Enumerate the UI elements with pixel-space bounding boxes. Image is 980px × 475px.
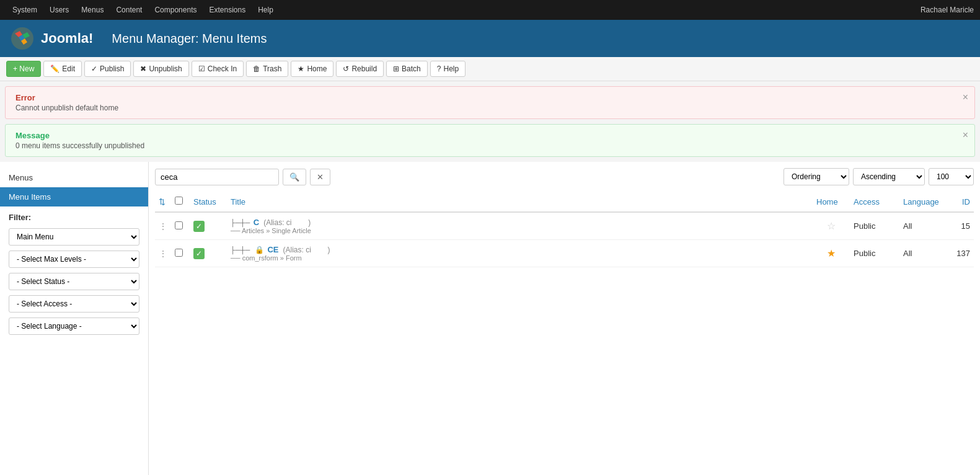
batch-icon: ⊞ bbox=[393, 64, 399, 73]
trash-button[interactable]: 🗑 Trash bbox=[246, 61, 288, 77]
status-select[interactable]: - Select Status - Published Unpublished … bbox=[9, 273, 139, 290]
col-access-header: Access bbox=[850, 192, 899, 212]
components-menu[interactable]: Components bbox=[148, 0, 203, 20]
access-cell-1: Public bbox=[850, 212, 899, 240]
header: Joomla! Menu Manager: Menu Items bbox=[0, 20, 980, 57]
language-cell-1: All bbox=[899, 212, 949, 240]
logo-area: Joomla! bbox=[10, 26, 93, 51]
filter-section: Filter: Main Menu - Select Max Levels - … bbox=[0, 206, 148, 346]
sidebar-heading: Menus bbox=[0, 168, 148, 187]
ordering-select[interactable]: Ordering Title Status Access Language ID bbox=[784, 168, 849, 185]
search-controls-right: Ordering Title Status Access Language ID… bbox=[784, 168, 974, 185]
page-title: Menu Manager: Menu Items bbox=[112, 32, 267, 46]
toolbar: + New ✏️ Edit ✓ Publish ✖ Unpublish ☑ Ch… bbox=[0, 57, 980, 81]
data-table: ⇅ Status Title Home Access Language ID bbox=[155, 192, 974, 267]
select-all-checkbox[interactable] bbox=[175, 197, 183, 205]
edit-button[interactable]: ✏️ Edit bbox=[43, 61, 82, 77]
extensions-menu[interactable]: Extensions bbox=[203, 0, 252, 20]
col-title-header: Title bbox=[227, 192, 813, 212]
table-row: ⋮ ✓ ├─┼─ C (Alias: ci ) ── Articles » Si… bbox=[155, 212, 974, 240]
status-cell-1: ✓ bbox=[190, 212, 227, 240]
title-cell-1: ├─┼─ C (Alias: ci ) ── Articles » Single… bbox=[227, 212, 813, 240]
success-title: Message bbox=[15, 131, 965, 140]
search-clear-button[interactable]: ✕ bbox=[310, 169, 330, 185]
direction-select[interactable]: Ascending Descending bbox=[853, 168, 925, 185]
access-select[interactable]: - Select Access - Public Registered Spec… bbox=[9, 295, 139, 313]
drag-cell-1: ⋮ bbox=[155, 212, 171, 240]
help-button[interactable]: ? Help bbox=[430, 61, 466, 77]
batch-button[interactable]: ⊞ Batch bbox=[386, 61, 428, 77]
success-close-button[interactable]: × bbox=[963, 130, 968, 141]
error-alert: × Error Cannot unpublish default home bbox=[5, 86, 975, 119]
sort-icon: ⇅ bbox=[159, 197, 166, 206]
help-menu[interactable]: Help bbox=[252, 0, 280, 20]
home-icon: ★ bbox=[298, 64, 304, 73]
status-cell-2: ✓ bbox=[190, 240, 227, 267]
max-levels-select[interactable]: - Select Max Levels - 1 2 3 bbox=[9, 251, 139, 268]
status-published-icon[interactable]: ✓ bbox=[193, 248, 205, 259]
top-nav: System Users Menus Content Components Ex… bbox=[0, 0, 980, 20]
search-input[interactable] bbox=[155, 169, 279, 185]
drag-handle-icon[interactable]: ⋮ bbox=[159, 221, 167, 231]
checkin-icon: ☑ bbox=[198, 64, 205, 73]
users-menu[interactable]: Users bbox=[43, 0, 75, 20]
sidebar-item-menu-items[interactable]: Menu Items bbox=[0, 187, 148, 206]
col-language-header: Language bbox=[899, 192, 949, 212]
logo-text: Joomla! bbox=[41, 30, 93, 47]
error-message: Cannot unpublish default home bbox=[15, 104, 965, 112]
unpublish-button[interactable]: ✖ Unpublish bbox=[133, 61, 188, 77]
new-button[interactable]: + New bbox=[6, 61, 41, 77]
item-title-link-1[interactable]: C bbox=[254, 218, 259, 227]
home-cell-1: ☆ bbox=[813, 212, 850, 240]
home-cell-2: ★ bbox=[813, 240, 850, 267]
lock-icon: 🔒 bbox=[255, 246, 264, 254]
row-checkbox-2[interactable] bbox=[175, 249, 183, 257]
search-icon: 🔍 bbox=[289, 172, 299, 182]
sidebar: Menus Menu Items Filter: Main Menu - Sel… bbox=[0, 162, 149, 475]
help-icon: ? bbox=[437, 64, 441, 73]
joomla-logo-icon bbox=[10, 26, 35, 51]
rebuild-button[interactable]: ↺ Rebuild bbox=[336, 61, 384, 77]
col-home-header: Home bbox=[813, 192, 850, 212]
search-button[interactable]: 🔍 bbox=[283, 169, 306, 185]
per-page-select[interactable]: 5 10 15 20 25 50 100 200 500 bbox=[929, 168, 974, 185]
menus-menu[interactable]: Menus bbox=[75, 0, 110, 20]
row-checkbox-1[interactable] bbox=[175, 221, 183, 229]
main-layout: Menus Menu Items Filter: Main Menu - Sel… bbox=[0, 162, 980, 475]
check-cell-2 bbox=[171, 240, 190, 267]
item-subtype-2: ── com_rsform » Form bbox=[231, 254, 809, 262]
user-name: Rachael Maricle bbox=[920, 6, 974, 14]
language-cell-2: All bbox=[899, 240, 949, 267]
tree-icon: ├─┼─ bbox=[231, 246, 250, 254]
error-close-button[interactable]: × bbox=[963, 92, 968, 103]
rebuild-icon: ↺ bbox=[343, 64, 349, 73]
trash-icon: 🗑 bbox=[253, 64, 260, 73]
id-cell-1: 15 bbox=[949, 212, 974, 240]
success-alert: × Message 0 menu items successfully unpu… bbox=[5, 124, 975, 157]
item-title-link-2[interactable]: CE bbox=[267, 245, 278, 254]
menu-select[interactable]: Main Menu bbox=[9, 228, 139, 246]
tree-icon: ├─┼─ bbox=[231, 219, 250, 226]
clear-icon: ✕ bbox=[317, 172, 324, 182]
system-menu[interactable]: System bbox=[6, 0, 43, 20]
error-title: Error bbox=[15, 93, 965, 102]
publish-button[interactable]: ✓ Publish bbox=[84, 61, 131, 77]
drag-handle-icon[interactable]: ⋮ bbox=[159, 249, 167, 259]
check-cell-1 bbox=[171, 212, 190, 240]
search-bar: 🔍 ✕ Ordering Title Status Access Languag… bbox=[155, 168, 974, 185]
title-cell-2: ├─┼─ 🔒 CE (Alias: ci ) ── com_rsform » F… bbox=[227, 240, 813, 267]
col-status-header: Status bbox=[190, 192, 227, 212]
filter-label: Filter: bbox=[9, 213, 139, 222]
col-check-header bbox=[171, 192, 190, 212]
col-drag-header: ⇅ bbox=[155, 192, 171, 212]
status-published-icon[interactable]: ✓ bbox=[193, 221, 205, 232]
content-menu[interactable]: Content bbox=[110, 0, 148, 20]
home-star-button-2[interactable]: ★ bbox=[827, 247, 836, 259]
table-row: ⋮ ✓ ├─┼─ 🔒 CE (Alias: ci ) ── com_rsform bbox=[155, 240, 974, 267]
language-select[interactable]: - Select Language - All English (UK) bbox=[9, 317, 139, 335]
home-button[interactable]: ★ Home bbox=[291, 61, 333, 77]
checkin-button[interactable]: ☑ Check In bbox=[192, 61, 244, 77]
item-alias-1: (Alias: ci ) bbox=[262, 218, 311, 227]
home-star-button-1[interactable]: ☆ bbox=[827, 220, 836, 232]
id-cell-2: 137 bbox=[949, 240, 974, 267]
